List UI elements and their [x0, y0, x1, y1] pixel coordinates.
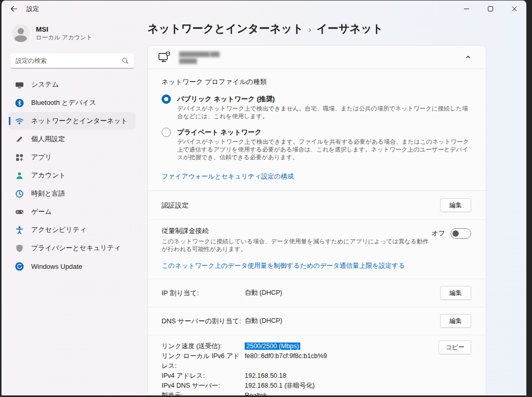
radio-button[interactable]: [162, 128, 171, 137]
personalization-icon: [15, 135, 24, 144]
settings-window: 設定 MSI ローカル アカウント システムBluetooth とデバイスネット…: [1, 0, 527, 395]
toggle-state-label: オフ: [431, 229, 445, 238]
dns-assignment-value: 自動 (DHCP): [245, 317, 282, 325]
selected-accent-bar: [9, 117, 10, 125]
minimize-icon: [463, 6, 470, 12]
user-account[interactable]: MSI ローカル アカウント: [9, 22, 136, 44]
firewall-settings-link[interactable]: ファイアウォールとセキュリティ設定の構成: [162, 172, 294, 181]
close-icon: [511, 6, 517, 12]
bluetooth-icon: [15, 99, 24, 107]
auth-settings-label: 認証設定: [162, 201, 189, 210]
metered-connection-toggle[interactable]: [450, 228, 471, 239]
radio-description: デバイスがネットワーク上で検出できます。ファイルを共有する必要がある場合、または…: [177, 138, 471, 161]
main-content: ネットワークとインターネット › イーサネット ▆▆▆▆▆▆▆ ▆▆ ▆▆▆▆: [148, 17, 486, 395]
app-title: 設定: [26, 5, 39, 13]
maximize-button[interactable]: [478, 1, 502, 17]
sidebar-item-label: ゲーム: [31, 207, 52, 216]
radio-description: デバイスがネットワーク上で検出できません。自宅、職場、または公共の場所でネットワ…: [177, 105, 471, 120]
user-name: MSI: [36, 25, 92, 34]
sidebar-item-accounts[interactable]: アカウント: [9, 167, 136, 184]
back-arrow-icon: [10, 5, 18, 13]
sidebar-item-windows-update[interactable]: Windows Update: [9, 257, 136, 275]
sidebar-item-label: アクセシビリティ: [31, 225, 86, 235]
network-profile-options: パブリック ネットワーク (推奨)デバイスがネットワーク上で検出できません。自宅…: [162, 94, 471, 161]
sidebar-menu: システムBluetooth とデバイスネットワークとインターネット個人用設定アプ…: [9, 76, 136, 275]
ip-edit-button[interactable]: 編集: [440, 286, 471, 300]
connection-details-list: リンク速度 (送受信):2500/2500 (Mbps)リンク ローカル IPv…: [162, 341, 471, 395]
sidebar-item-label: Windows Update: [31, 263, 82, 270]
time-language-icon: [15, 189, 24, 198]
sidebar-item-label: アプリ: [31, 153, 52, 162]
collapse-button[interactable]: [460, 50, 476, 64]
sidebar-item-accessibility[interactable]: アクセシビリティ: [9, 221, 136, 239]
sidebar-item-label: システム: [31, 80, 59, 89]
sidebar-item-label: 時刻と言語: [31, 189, 65, 198]
close-button[interactable]: [502, 1, 526, 17]
radio-label: パブリック ネットワーク (推奨): [177, 95, 275, 103]
detail-label: 製造元:: [162, 391, 245, 395]
metered-connection-section: 従量制課金接続 このネットワークに接続している場合、データ使用量を減らすためにア…: [148, 220, 486, 279]
ethernet-adapter-icon: [157, 50, 171, 64]
detail-label: IPv4 DNS サーバー:: [162, 381, 245, 391]
back-button[interactable]: [4, 1, 24, 17]
radio-button[interactable]: [162, 94, 171, 104]
ip-assignment-row: IP 割り当て: 自動 (DHCP) 編集: [148, 279, 486, 307]
detail-row: IPv4 DNS サーバー:192.168.50.1 (非暗号化): [162, 381, 471, 391]
ethernet-expander-card: ▆▆▆▆▆▆▆ ▆▆ ▆▆▆▆ ネットワーク プロファイルの種類 パブリック ネ…: [148, 45, 486, 395]
sidebar-item-label: アカウント: [31, 171, 66, 180]
radio-label: プライベート ネットワーク: [177, 128, 262, 136]
sidebar-item-apps[interactable]: アプリ: [9, 148, 136, 166]
detail-row: IPv4 アドレス:192.168.50.18: [162, 371, 471, 381]
device-info: ▆▆▆▆▆▆▆ ▆▆ ▆▆▆▆: [179, 50, 460, 64]
dns-edit-button[interactable]: 編集: [440, 314, 471, 328]
detail-value: Realtek: [245, 391, 267, 395]
gaming-icon: [15, 208, 24, 216]
detail-value: 192.168.50.18: [245, 371, 286, 381]
accessibility-icon: [15, 226, 24, 235]
detail-label: リンク ローカル IPv6 アドレス:: [162, 351, 245, 371]
settings-search[interactable]: [10, 52, 135, 69]
dns-assignment-label: DNS サーバーの割り当て:: [162, 317, 245, 326]
user-account-type: ローカル アカウント: [36, 34, 92, 42]
ethernet-header[interactable]: ▆▆▆▆▆▆▆ ▆▆ ▆▆▆▆: [148, 46, 486, 69]
metered-connection-desc: このネットワークに接続している場合、データ使用量を減らすためにアプリによっては異…: [162, 238, 431, 253]
detail-value: 2500/2500 (Mbps): [245, 341, 300, 351]
copy-button[interactable]: コピー: [438, 340, 471, 354]
titlebar: 設定: [2, 1, 526, 17]
network-profile-option[interactable]: プライベート ネットワークデバイスがネットワーク上で検出できます。ファイルを共有…: [162, 127, 471, 161]
detail-row: リンク ローカル IPv6 アドレス:fe80::6df0:b7cf:9f8c:…: [162, 351, 471, 371]
search-icon: [122, 57, 129, 64]
breadcrumb: ネットワークとインターネット › イーサネット: [148, 21, 486, 36]
device-name-redacted: ▆▆▆▆▆▆▆ ▆▆: [179, 50, 460, 57]
ip-assignment-value: 自動 (DHCP): [245, 289, 282, 297]
sidebar: MSI ローカル アカウント システムBluetooth とデバイスネットワーク…: [2, 17, 143, 395]
toggle-knob: [453, 230, 459, 237]
sidebar-item-label: 個人用設定: [31, 134, 65, 144]
detail-label: IPv4 アドレス:: [162, 371, 245, 381]
data-limit-link[interactable]: このネットワーク上のデータ使用量を制御するためのデータ通信量上限を設定する: [162, 262, 405, 270]
sidebar-item-privacy[interactable]: プライバシーとセキュリティ: [9, 239, 136, 257]
minimize-button[interactable]: [455, 1, 478, 17]
auth-edit-button[interactable]: 編集: [440, 198, 471, 212]
sidebar-item-personalization[interactable]: 個人用設定: [9, 130, 136, 148]
sidebar-item-gaming[interactable]: ゲーム: [9, 203, 136, 221]
avatar: [12, 24, 30, 42]
sidebar-item-system[interactable]: システム: [9, 76, 136, 93]
system-icon: [15, 80, 24, 89]
sidebar-item-network[interactable]: ネットワークとインターネット: [9, 112, 136, 130]
maximize-icon: [487, 6, 494, 12]
detail-value: fe80::6df0:b7cf:9f8c:b1cb%9: [245, 351, 327, 371]
breadcrumb-parent[interactable]: ネットワークとインターネット: [148, 21, 303, 36]
detail-value: 192.168.50.1 (非暗号化): [245, 381, 315, 391]
apps-icon: [15, 153, 24, 162]
device-status-redacted: ▆▆▆▆: [179, 57, 460, 64]
network-profile-option[interactable]: パブリック ネットワーク (推奨)デバイスがネットワーク上で検出できません。自宅…: [162, 94, 471, 120]
sidebar-item-bluetooth[interactable]: Bluetooth とデバイス: [9, 94, 136, 112]
detail-label: リンク速度 (送受信):: [162, 341, 245, 351]
breadcrumb-separator: ›: [309, 24, 311, 34]
sidebar-item-time-language[interactable]: 時刻と言語: [9, 185, 136, 202]
search-input[interactable]: [16, 57, 122, 64]
windows-update-icon: [15, 262, 24, 271]
sidebar-item-label: Bluetooth とデバイス: [31, 98, 96, 107]
metered-connection-label: 従量制課金接続: [162, 226, 431, 236]
